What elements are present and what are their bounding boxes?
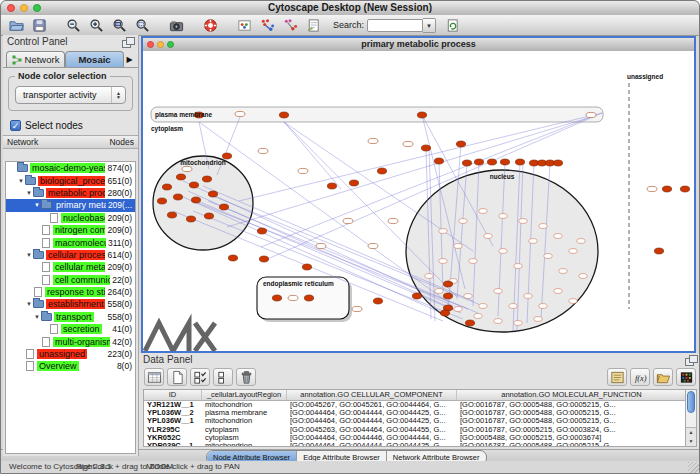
graph-node-small[interactable] (484, 234, 492, 239)
network-view-window[interactable]: primary metabolic process plasma membran… (141, 36, 696, 353)
tree-item-establishment-of-lo[interactable]: ▼establishment of lo558(0) (6, 298, 135, 310)
graph-node-small[interactable] (569, 299, 577, 304)
tree-item-cellular-process[interactable]: ▼cellular process614(0) (6, 249, 135, 261)
graph-node-small[interactable] (519, 219, 527, 224)
tree-item-nucleobase[interactable]: nucleobase-209(0) (6, 212, 135, 224)
tree-item-secretion[interactable]: secretion41(0) (6, 323, 135, 335)
graph-node-orange[interactable] (327, 183, 336, 189)
delete-attribute-button[interactable] (236, 368, 256, 386)
graph-node-orange[interactable] (176, 174, 185, 180)
refresh-page-button[interactable] (442, 16, 463, 34)
graph-node-small[interactable] (509, 304, 517, 309)
float-panel-icon[interactable] (122, 37, 135, 47)
resize-grip[interactable] (688, 462, 699, 473)
take-snapshot-button[interactable] (166, 16, 187, 34)
graph-node-small[interactable] (529, 239, 537, 244)
graph-node-orange[interactable] (228, 255, 237, 261)
graph-node-orange[interactable] (412, 293, 421, 299)
import-attributes-button[interactable] (653, 368, 673, 386)
tree-item-response-to-stimulu[interactable]: response to stimulu264(0) (6, 286, 135, 298)
graph-node-white[interactable] (182, 166, 192, 171)
matrix-view-button[interactable] (676, 368, 696, 386)
annotation-button[interactable] (303, 16, 324, 34)
graph-node-white[interactable] (316, 243, 326, 248)
graph-node-small[interactable] (435, 289, 443, 294)
function-builder-button[interactable]: f(x) (630, 368, 650, 386)
more-tabs-arrow[interactable]: ▶ (124, 52, 135, 67)
graph-node-small[interactable] (514, 321, 522, 326)
graph-node-white[interactable] (288, 295, 298, 300)
graph-node-orange[interactable] (302, 264, 311, 270)
table-row[interactable]: YDR039C__1mitochondrion[GO:0044464, GO:0… (144, 442, 685, 447)
table-scrollbar[interactable]: ▲ ▼ (686, 389, 697, 447)
tab-network[interactable]: Network (6, 51, 65, 67)
expand-arrow-icon[interactable]: ▼ (33, 202, 41, 208)
tree-item-multi-organism-pro[interactable]: multi-organism pro42(0) (6, 335, 135, 347)
graph-node-orange[interactable] (186, 216, 195, 222)
zoom-selected-region-button[interactable] (109, 16, 130, 34)
graph-node-orange[interactable] (680, 186, 689, 192)
graph-node-orange[interactable] (443, 281, 452, 287)
graph-node-orange[interactable] (553, 160, 562, 166)
graph-node-small[interactable] (469, 259, 477, 264)
graph-node-orange[interactable] (500, 159, 509, 165)
graph-node-orange[interactable] (162, 184, 171, 190)
expand-arrow-icon[interactable]: ▼ (25, 190, 33, 196)
search-input[interactable] (367, 19, 423, 32)
graph-node-white[interactable] (352, 306, 362, 311)
tree-item-mosaic-demo-yeast[interactable]: mosaic-demo-yeast874(0) (6, 162, 135, 174)
import-network-button[interactable] (257, 16, 278, 34)
expand-arrow-icon[interactable]: ▼ (25, 301, 33, 307)
graph-node-small[interactable] (539, 224, 547, 229)
scrollbar-thumb[interactable] (687, 391, 695, 413)
graph-node-small[interactable] (439, 259, 447, 264)
close-button[interactable] (7, 4, 15, 12)
table-row[interactable]: YKR052Ccytoplasm[GO:0044464, GO:0044446,… (144, 434, 685, 442)
zoom-fit-button[interactable] (132, 16, 153, 34)
graph-node-small[interactable] (524, 294, 532, 299)
unselect-all-attributes-button[interactable] (213, 368, 233, 386)
tree-item-transport[interactable]: ▼transport558(0) (6, 311, 135, 323)
graph-node-small[interactable] (554, 289, 562, 294)
graph-node-orange[interactable] (304, 295, 313, 301)
column-header-annotation-go-cellular-component[interactable]: annotation.GO CELLULAR_COMPONENT (287, 390, 457, 400)
node-color-dropdown[interactable]: transporter activity ▲▼ (15, 86, 126, 104)
open-file-button[interactable] (6, 16, 27, 34)
select-nodes-checkbox[interactable]: ✓ (10, 120, 21, 131)
tree-item-overview[interactable]: Overview8(0) (6, 360, 135, 372)
tree-item-nitrogen-compo[interactable]: nitrogen compo209(0) (6, 224, 135, 236)
attribute-list-button[interactable] (607, 368, 627, 386)
graph-node-orange[interactable] (654, 248, 663, 254)
graph-node-orange[interactable] (421, 145, 430, 151)
graph-node-small[interactable] (559, 269, 567, 274)
graph-node-orange[interactable] (349, 180, 358, 186)
graph-node-orange[interactable] (173, 194, 182, 200)
graph-node-small[interactable] (464, 294, 472, 299)
graph-node-orange[interactable] (191, 197, 200, 203)
graph-node-small[interactable] (514, 264, 522, 269)
graph-node-white[interactable] (647, 186, 657, 191)
tree-item-macromolecule[interactable]: macromolecule311(0) (6, 236, 135, 248)
tree-item-unassigned[interactable]: unassigned223(0) (6, 348, 135, 360)
graph-node-orange[interactable] (259, 256, 268, 262)
graph-node-small[interactable] (439, 229, 447, 234)
graph-node-small[interactable] (539, 304, 547, 309)
graph-node-small[interactable] (569, 249, 577, 254)
graph-node-small[interactable] (494, 289, 502, 294)
select-attributes-button[interactable] (144, 368, 164, 386)
graph-node-small[interactable] (474, 314, 482, 319)
graph-node-orange[interactable] (157, 198, 166, 204)
tree-item-cell-communicat[interactable]: cell communicat22(0) (6, 274, 135, 286)
vizmapper-button[interactable] (234, 16, 255, 34)
save-session-button[interactable] (29, 16, 50, 34)
graph-node-orange[interactable] (465, 320, 474, 326)
graph-node-small[interactable] (459, 219, 467, 224)
graph-node-white[interactable] (403, 141, 413, 146)
graph-node-orange[interactable] (462, 160, 471, 166)
graph-node-orange[interactable] (377, 168, 386, 174)
help-button[interactable] (200, 16, 221, 34)
table-row[interactable]: YLR295Ccytoplasm[GO:0045263, GO:0044464,… (144, 426, 685, 434)
graph-node-small[interactable] (544, 254, 552, 259)
export-network-button[interactable] (280, 16, 301, 34)
float-data-panel-icon[interactable] (685, 355, 698, 365)
